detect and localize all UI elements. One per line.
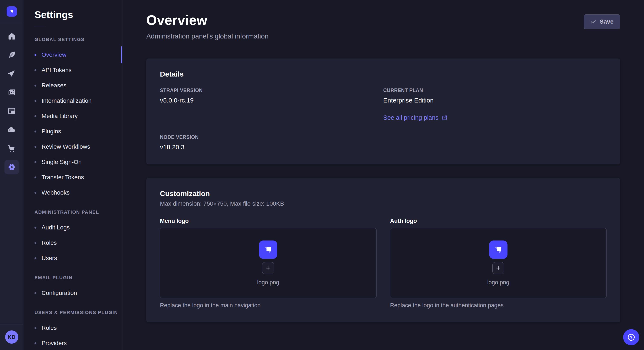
- plus-icon: [495, 265, 501, 271]
- layout-icon: [7, 107, 16, 116]
- settings-nav-list: GLOBAL SETTINGS Overview API Tokens Rele…: [24, 32, 122, 350]
- user-initials: KD: [8, 334, 16, 340]
- nav-home-button[interactable]: [0, 27, 24, 45]
- bullet-icon: [34, 242, 36, 244]
- cart-icon: [7, 144, 16, 153]
- bullet-icon: [34, 192, 36, 194]
- strapi-logo-icon: [493, 244, 504, 255]
- settings-nav-item-configuration[interactable]: Configuration: [24, 285, 122, 301]
- svg-text:?: ?: [630, 335, 632, 340]
- bullet-icon: [34, 69, 36, 71]
- settings-nav-item-api-tokens[interactable]: API Tokens: [24, 62, 122, 78]
- auth-logo-filename: logo.png: [487, 279, 510, 286]
- node-version-label: NODE VERSION: [160, 134, 383, 140]
- page-title: Overview: [146, 12, 268, 28]
- page-header: Overview Administration panel’s global i…: [146, 12, 620, 40]
- menu-logo-label: Menu logo: [160, 218, 376, 224]
- settings-nav-item-audit-logs[interactable]: Audit Logs: [24, 220, 122, 235]
- auth-logo-group: Auth logo logo.png: [390, 218, 607, 309]
- menu-logo-dropzone[interactable]: logo.png: [160, 228, 376, 298]
- settings-nav-item-users[interactable]: Users: [24, 250, 122, 266]
- check-icon: [590, 19, 596, 25]
- settings-nav-item-roles-admin[interactable]: Roles: [24, 235, 122, 250]
- question-mark-icon: ?: [627, 333, 636, 342]
- save-button-label: Save: [600, 18, 614, 25]
- nav-content-type-builder-button[interactable]: [0, 102, 24, 120]
- settings-nav-item-overview[interactable]: Overview: [24, 47, 122, 62]
- pricing-plans-link[interactable]: See all pricing plans: [383, 114, 448, 121]
- auth-logo-hint: Replace the logo in the authentication p…: [390, 302, 607, 309]
- images-icon: [7, 88, 16, 97]
- rail-nav: [0, 27, 24, 176]
- bullet-icon: [34, 342, 36, 344]
- settings-nav-item-providers[interactable]: Providers: [24, 336, 122, 350]
- rail-footer: KD: [0, 324, 23, 350]
- settings-nav-item-review-workflows[interactable]: Review Workflows: [24, 139, 122, 154]
- user-avatar[interactable]: KD: [5, 331, 18, 344]
- nav-cloud-button[interactable]: [0, 120, 24, 139]
- menu-logo-group: Menu logo logo.png: [160, 218, 376, 309]
- settings-subnav: Settings GLOBAL SETTINGS Overview API To…: [24, 0, 122, 350]
- paper-plane-icon: [7, 69, 16, 78]
- save-button[interactable]: Save: [584, 14, 620, 29]
- plus-icon: [265, 265, 271, 271]
- settings-nav-item-media-library[interactable]: Media Library: [24, 108, 122, 124]
- strapi-logo-button[interactable]: [6, 6, 17, 16]
- auth-logo-preview: [489, 240, 508, 259]
- node-version-value: v18.20.3: [160, 144, 383, 151]
- section-email-plugin: EMAIL PLUGIN: [24, 270, 122, 285]
- settings-nav-item-single-sign-on[interactable]: Single Sign-On: [24, 154, 122, 170]
- help-button[interactable]: ?: [623, 329, 639, 345]
- bullet-icon: [34, 115, 36, 117]
- bullet-icon: [34, 176, 36, 178]
- settings-nav-item-internationalization[interactable]: Internationalization: [24, 93, 122, 108]
- bullet-icon: [34, 161, 36, 163]
- customization-subtitle: Max dimension: 750×750, Max file size: 1…: [160, 200, 606, 207]
- menu-logo-filename: logo.png: [257, 279, 279, 286]
- details-card: Details STRAPI VERSION v5.0.0-rc.19 CURR…: [146, 58, 620, 164]
- bullet-icon: [34, 146, 36, 148]
- menu-logo-preview: [259, 240, 277, 259]
- auth-logo-add-button[interactable]: [492, 262, 504, 274]
- home-icon: [7, 32, 16, 41]
- bullet-icon: [34, 54, 36, 56]
- auth-logo-label: Auth logo: [390, 218, 607, 224]
- bullet-icon: [34, 257, 36, 259]
- settings-nav-item-releases[interactable]: Releases: [24, 78, 122, 93]
- section-global-settings: GLOBAL SETTINGS: [24, 32, 122, 47]
- details-title: Details: [160, 70, 606, 78]
- feather-icon: [7, 50, 16, 59]
- current-plan-label: CURRENT PLAN: [383, 88, 607, 93]
- pricing-plans-link-label: See all pricing plans: [383, 114, 439, 121]
- nav-releases-button[interactable]: [0, 64, 24, 83]
- settings-nav-item-roles-up[interactable]: Roles: [24, 320, 122, 336]
- customization-card: Customization Max dimension: 750×750, Ma…: [146, 178, 620, 322]
- bullet-icon: [34, 85, 36, 87]
- menu-logo-hint: Replace the logo in the main navigation: [160, 302, 376, 309]
- section-administration-panel: ADMINISTRATION PANEL: [24, 204, 122, 220]
- settings-nav-item-webhooks[interactable]: Webhooks: [24, 185, 122, 200]
- nav-media-library-button[interactable]: [0, 83, 24, 102]
- auth-logo-dropzone[interactable]: logo.png: [390, 228, 607, 298]
- strapi-logo-icon: [262, 244, 274, 255]
- cloud-icon: [7, 125, 16, 134]
- settings-nav-item-transfer-tokens[interactable]: Transfer Tokens: [24, 170, 122, 185]
- nav-marketplace-button[interactable]: [0, 139, 24, 158]
- current-plan-value: Enterprise Edition: [383, 97, 607, 104]
- gear-icon: [7, 163, 16, 172]
- strapi-version-field: STRAPI VERSION v5.0.0-rc.19: [160, 88, 383, 121]
- strapi-logo-icon: [9, 8, 15, 14]
- menu-logo-add-button[interactable]: [262, 262, 274, 274]
- strapi-version-value: v5.0.0-rc.19: [160, 97, 383, 104]
- rail-footer-divider: [0, 324, 23, 325]
- bullet-icon: [34, 327, 36, 329]
- nav-content-manager-button[interactable]: [0, 45, 24, 64]
- page-subtitle: Administration panel’s global informatio…: [146, 32, 268, 40]
- main-content: Overview Administration panel’s global i…: [122, 0, 644, 350]
- subnav-title: Settings: [34, 9, 122, 20]
- nav-settings-button[interactable]: [4, 160, 19, 174]
- settings-nav-item-plugins[interactable]: Plugins: [24, 124, 122, 139]
- subnav-title-rule: [34, 26, 45, 26]
- active-indicator: [121, 46, 122, 63]
- strapi-version-label: STRAPI VERSION: [160, 88, 383, 93]
